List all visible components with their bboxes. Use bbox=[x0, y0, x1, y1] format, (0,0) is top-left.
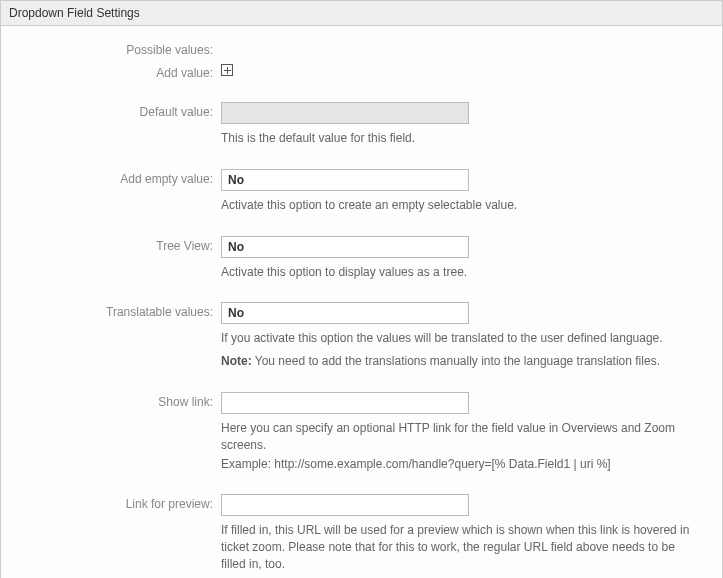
help-tree-view: Activate this option to display values a… bbox=[221, 264, 701, 281]
row-tree-view: Tree View: No Activate this option to di… bbox=[11, 236, 712, 281]
row-default-value: Default value: This is the default value… bbox=[11, 102, 712, 147]
label-default-value: Default value: bbox=[11, 102, 221, 119]
help-translatable-values-2: Note: You need to add the translations m… bbox=[221, 353, 701, 370]
panel-title: Dropdown Field Settings bbox=[1, 1, 722, 26]
help-show-link-2: Example: http://some.example.com/handle?… bbox=[221, 456, 701, 473]
show-link-input[interactable] bbox=[221, 392, 469, 414]
link-for-preview-input[interactable] bbox=[221, 494, 469, 516]
label-translatable-values: Translatable values: bbox=[11, 302, 221, 319]
help-link-for-preview: If filled in, this URL will be used for … bbox=[221, 522, 701, 572]
note-label: Note: bbox=[221, 354, 252, 368]
help-show-link-1: Here you can specify an optional HTTP li… bbox=[221, 420, 701, 454]
tree-view-selected: No bbox=[228, 240, 244, 254]
label-possible-values: Possible values: bbox=[11, 40, 221, 57]
row-add-empty-value: Add empty value: No Activate this option… bbox=[11, 169, 712, 214]
label-add-empty-value: Add empty value: bbox=[11, 169, 221, 186]
label-link-for-preview: Link for preview: bbox=[11, 494, 221, 511]
panel-body: Possible values: Add value: Default valu… bbox=[1, 26, 722, 578]
row-translatable-values: Translatable values: No If you activate … bbox=[11, 302, 712, 370]
label-tree-view: Tree View: bbox=[11, 236, 221, 253]
add-empty-value-selected: No bbox=[228, 173, 244, 187]
help-default-value: This is the default value for this field… bbox=[221, 130, 701, 147]
default-value-input[interactable] bbox=[221, 102, 469, 124]
help-add-empty-value: Activate this option to create an empty … bbox=[221, 197, 701, 214]
note-text: You need to add the translations manuall… bbox=[252, 354, 660, 368]
row-link-for-preview: Link for preview: If filled in, this URL… bbox=[11, 494, 712, 572]
translatable-values-selected: No bbox=[228, 306, 244, 320]
row-possible-values: Possible values: bbox=[11, 40, 712, 57]
help-translatable-values-1: If you activate this option the values w… bbox=[221, 330, 701, 347]
label-show-link: Show link: bbox=[11, 392, 221, 409]
add-value-icon[interactable] bbox=[221, 64, 233, 76]
tree-view-select[interactable]: No bbox=[221, 236, 469, 258]
row-show-link: Show link: Here you can specify an optio… bbox=[11, 392, 712, 472]
dropdown-field-settings-panel: Dropdown Field Settings Possible values:… bbox=[0, 0, 723, 578]
row-add-value: Add value: bbox=[11, 63, 712, 80]
add-empty-value-select[interactable]: No bbox=[221, 169, 469, 191]
translatable-values-select[interactable]: No bbox=[221, 302, 469, 324]
label-add-value: Add value: bbox=[11, 63, 221, 80]
